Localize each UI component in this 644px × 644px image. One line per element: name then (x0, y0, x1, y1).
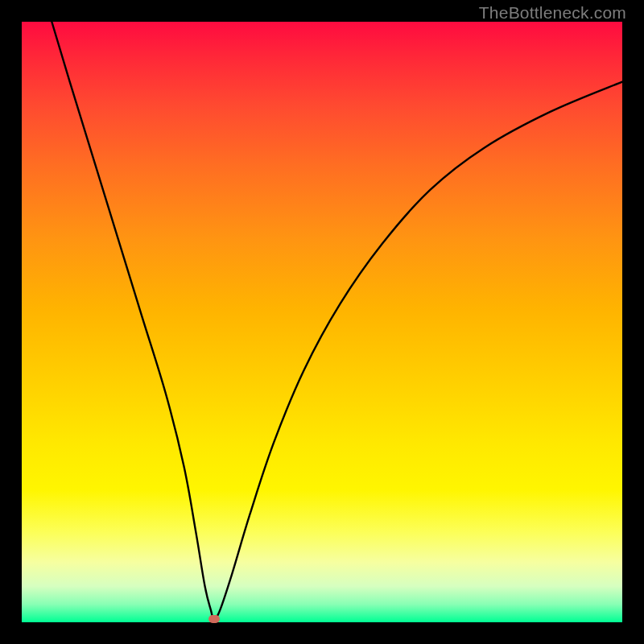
plot-area (22, 22, 622, 622)
watermark-text: TheBottleneck.com (479, 3, 626, 23)
bottleneck-curve-path (52, 22, 622, 619)
curve-svg (22, 22, 622, 622)
min-point-marker (208, 615, 220, 623)
chart-frame: TheBottleneck.com (0, 0, 644, 644)
